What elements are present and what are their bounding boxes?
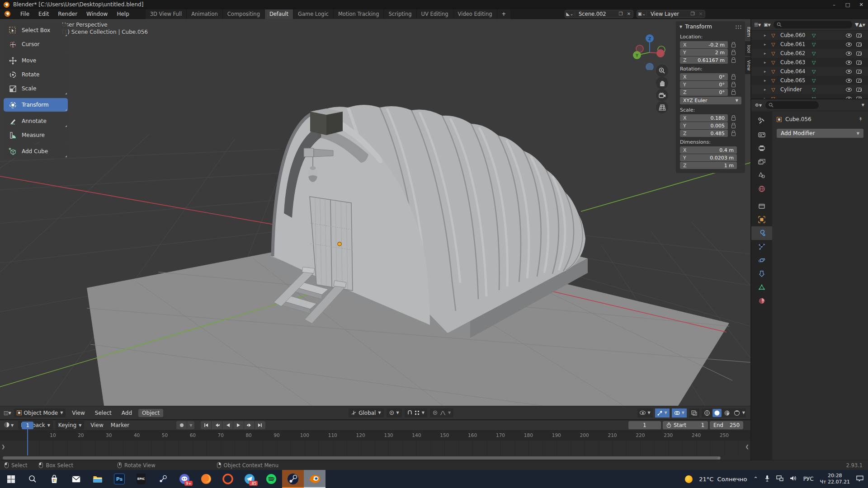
location-x-field[interactable]: X-0.2 m	[680, 41, 728, 48]
hut-door[interactable]	[310, 197, 353, 291]
gizmo-x-pos[interactable]	[656, 49, 665, 57]
editor-type-icon[interactable]: ◫▼	[4, 410, 11, 416]
shading-wireframe[interactable]	[703, 409, 712, 417]
hide-render-icon[interactable]	[856, 70, 862, 74]
tab-video-editing[interactable]: Video Editing	[453, 9, 497, 19]
notification-icon[interactable]	[856, 475, 863, 483]
telegram-icon[interactable]: .85	[239, 470, 260, 488]
outliner-item[interactable]: ▸▽Cube.065▽	[751, 76, 868, 85]
properties-editor-icon[interactable]: ⚙▼	[755, 103, 762, 108]
proportional-edit-toggle[interactable]: ▼	[430, 408, 453, 418]
ptab-material[interactable]	[751, 294, 772, 308]
hide-render-icon[interactable]	[856, 33, 862, 38]
tool-cursor[interactable]: Cursor	[4, 38, 68, 51]
pivot-select[interactable]: ▼	[387, 408, 402, 418]
jump-end-button[interactable]	[255, 421, 265, 429]
region-collapse-icon[interactable]: ❮	[745, 444, 749, 449]
tool-measure[interactable]: Measure	[4, 128, 68, 142]
chimney[interactable]	[310, 108, 343, 135]
menu-file[interactable]: File	[16, 9, 34, 19]
timeline-tracks[interactable]: ❯ ❮	[0, 441, 750, 455]
outliner-item[interactable]: ▸▽Cube.061▽	[751, 40, 868, 49]
ptab-render[interactable]	[751, 128, 772, 141]
overlays-toggle[interactable]: ▼	[672, 408, 687, 418]
ptab-tool[interactable]	[751, 114, 772, 128]
firefox-icon[interactable]	[195, 470, 217, 488]
weather-temp[interactable]: 21°C Солнечно	[699, 476, 747, 483]
hide-viewport-icon[interactable]	[846, 97, 852, 99]
shading-solid[interactable]	[712, 409, 722, 417]
expand-icon[interactable]: ▸	[764, 42, 771, 47]
outliner-item[interactable]: ▸▽Cube.064▽	[751, 67, 868, 76]
dim-y-field[interactable]: Y0.0203 m	[680, 154, 737, 161]
tab-default[interactable]: Default	[265, 9, 293, 19]
mail-icon[interactable]	[65, 470, 87, 488]
hide-render-icon[interactable]	[856, 88, 862, 92]
outliner-editor-icon[interactable]: ☰▼	[754, 22, 761, 27]
tool-transform[interactable]: Transform	[4, 98, 68, 112]
blender-menu-icon[interactable]	[5, 11, 10, 17]
lock-icon[interactable]	[731, 84, 736, 87]
perspective-toggle-button[interactable]	[656, 101, 668, 113]
ptab-physics[interactable]	[751, 253, 772, 267]
end-frame-field[interactable]: End250	[710, 421, 743, 429]
tool-add-cube[interactable]: Add Cube	[4, 145, 68, 158]
hide-render-icon[interactable]	[856, 79, 862, 83]
channel-expand-icon[interactable]: ❯	[1, 444, 5, 449]
drag-handle-icon[interactable]	[735, 25, 741, 29]
tab-scripting[interactable]: Scripting	[384, 9, 416, 19]
viewport-3d[interactable]: User Perspective (1) Scene Collection | …	[0, 19, 750, 419]
view-layer-selector[interactable]: ▣⌄ View Layer ❐ ✕	[637, 10, 705, 18]
record-options[interactable]: ▼	[187, 421, 194, 429]
location-y-field[interactable]: Y2 m	[680, 49, 728, 56]
scale-y-field[interactable]: Y0.005	[680, 122, 728, 129]
search-button[interactable]	[22, 470, 43, 488]
lock-icon[interactable]	[731, 76, 736, 80]
outliner-item[interactable]: ▸▽Cube.063▽	[751, 58, 868, 67]
minimize-button[interactable]: –	[827, 0, 841, 9]
play-button[interactable]	[233, 421, 244, 429]
xray-toggle[interactable]	[689, 408, 699, 418]
timeline-ruler[interactable]: 1020304050607080901001101201301401501601…	[0, 431, 750, 441]
spotify-icon[interactable]	[260, 470, 282, 488]
add-modifier-button[interactable]: Add Modifier▼	[777, 129, 863, 138]
orientation-select[interactable]: Global▼	[349, 408, 383, 418]
lock-icon[interactable]	[731, 125, 736, 128]
ptab-data[interactable]	[751, 281, 772, 294]
expand-icon[interactable]: ▸	[764, 60, 771, 65]
microphone-icon[interactable]	[764, 475, 770, 483]
menu-object[interactable]: Object	[138, 409, 163, 417]
lock-icon[interactable]	[731, 52, 736, 55]
shading-dropdown[interactable]: ▼	[742, 411, 745, 415]
timeline-editor-icon[interactable]	[4, 422, 10, 429]
lock-icon[interactable]	[731, 132, 736, 136]
tool-scale[interactable]: Scale	[4, 82, 68, 95]
lock-icon[interactable]	[731, 91, 736, 95]
pan-button[interactable]	[656, 77, 668, 89]
tray-chevron-icon[interactable]: ⌃	[754, 476, 758, 482]
expand-icon[interactable]: ▸	[764, 33, 771, 38]
menu-help[interactable]: Help	[112, 9, 133, 19]
start-frame-field[interactable]: Start1	[663, 421, 708, 429]
playhead[interactable]: 1	[22, 422, 33, 429]
outliner-search-input[interactable]	[774, 21, 852, 28]
record-button[interactable]	[176, 421, 187, 429]
blender-taskbar-active[interactable]	[304, 470, 326, 488]
tab-animation[interactable]: Animation	[187, 9, 223, 19]
scene-selector[interactable]: ◣⌄ Scene.002 ❐ ✕	[565, 10, 633, 18]
tab-compositing[interactable]: Compositing	[223, 9, 265, 19]
microsoft-store-icon[interactable]	[43, 470, 65, 488]
menu-render[interactable]: Render	[53, 9, 82, 19]
tool-select-box[interactable]: Select Box	[4, 23, 68, 37]
tab-uv-editing[interactable]: UV Editing	[417, 9, 453, 19]
outliner-item[interactable]: ▸▽▽	[751, 94, 868, 99]
ptab-output[interactable]	[751, 141, 772, 155]
view-layer-copy-icon[interactable]: ❐	[689, 11, 697, 16]
current-frame-field[interactable]: 1	[628, 421, 661, 429]
clock[interactable]: 20:28Чт 22.07.21	[820, 473, 850, 486]
properties-options-icon[interactable]: ▼	[862, 103, 864, 107]
outliner-item[interactable]: ▸▽Cube.060▽	[751, 31, 868, 40]
hide-viewport-icon[interactable]	[846, 33, 852, 38]
tab-view[interactable]: View	[745, 57, 750, 74]
network-icon[interactable]	[776, 475, 783, 483]
